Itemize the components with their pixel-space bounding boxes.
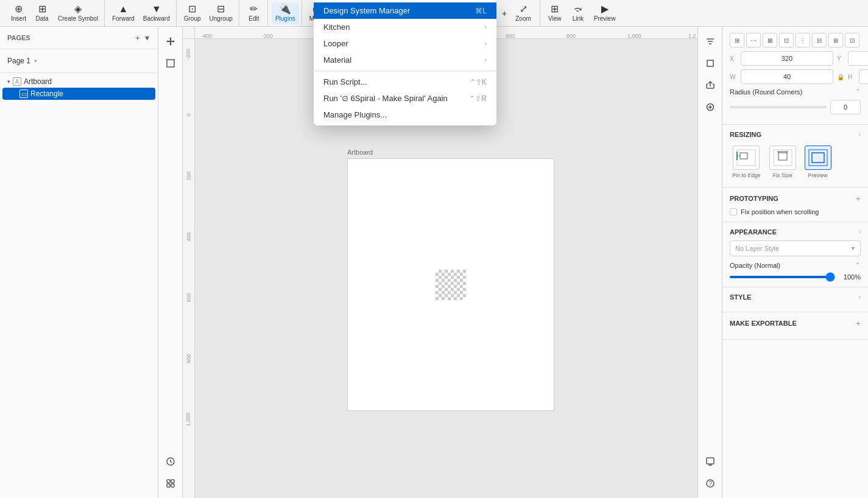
fix-size-option[interactable]: Fix Size [767, 143, 799, 181]
fix-position-checkbox[interactable] [730, 208, 737, 216]
menu-item-manage-plugins[interactable]: Manage Plugins... [314, 107, 496, 123]
move-tool-icon [166, 37, 175, 46]
plugins-button[interactable]: 🔌 Plugins [272, 2, 299, 24]
lock-proportions-icon[interactable]: 🔒 [837, 74, 844, 80]
wh-row: W 🔒 H ↔ ↻ [730, 69, 861, 84]
link-button[interactable]: ⤼ Link [567, 2, 589, 24]
menu-item-looper[interactable]: Looper › [314, 35, 496, 52]
edit-label: Edit [249, 15, 259, 22]
artboard-tool-button[interactable] [161, 54, 180, 73]
svg-rect-11 [707, 60, 713, 66]
style-chevron[interactable]: › [859, 294, 861, 300]
menu-item-run-script[interactable]: Run Script... ⌃⇧K [314, 74, 496, 90]
preview-resize-option[interactable]: Preview [802, 143, 834, 181]
add-export-button[interactable]: + [856, 318, 861, 328]
component-button[interactable] [161, 474, 180, 493]
menu-item-material[interactable]: Material › [314, 52, 496, 68]
view-button[interactable]: ⊞ View [544, 2, 566, 24]
insert-button[interactable]: ⊕ Insert [7, 2, 30, 24]
w-input[interactable] [741, 69, 833, 84]
artboard-tool2-button[interactable] [700, 54, 720, 73]
material-submenu-arrow: › [485, 57, 487, 63]
align-center-v-button[interactable]: ⋮ [796, 33, 810, 47]
comment-button[interactable] [700, 97, 720, 117]
opacity-expand-button[interactable]: ⌃ [855, 261, 861, 270]
add-prototyping-button[interactable]: + [856, 194, 861, 203]
rectangle-layer-item[interactable]: ▭ Rectangle [2, 88, 155, 100]
artboard-frame[interactable] [347, 158, 554, 411]
zoom-plus-button[interactable]: + [499, 7, 509, 19]
radius-expand-button[interactable]: ⌃ [855, 88, 861, 96]
create-symbol-button[interactable]: ◈ Create Symbol [54, 2, 102, 24]
help-button[interactable]: ? [700, 474, 720, 493]
edit-button[interactable]: ✏ Edit [243, 2, 265, 24]
align-center-h-button[interactable]: ⋯ [746, 33, 761, 47]
add-page-button[interactable]: + [134, 32, 141, 44]
forward-button[interactable]: ▲ Forward [108, 2, 138, 24]
align-bottom-button[interactable]: ⊟ [812, 33, 827, 47]
zoom-label: Zoom [515, 15, 531, 22]
align-row: ⊞ ⋯ ⊠ ⊡ ⋮ ⊟ ⊞ ⊡ [730, 33, 861, 47]
present-button[interactable] [700, 452, 720, 471]
make-exportable-title: MAKE EXPORTABLE [730, 320, 797, 327]
menu-item-kitchen[interactable]: Kitchen › [314, 19, 496, 35]
svg-rect-0 [167, 60, 174, 67]
radius-label: Radius (Round Corners) [730, 88, 851, 96]
prototyping-section: PROTOTYPING + Fix position when scrollin… [722, 188, 868, 222]
distribute-v-button[interactable]: ⊡ [845, 33, 859, 47]
toolbar-insert-group: ⊕ Insert ⊞ Data ◈ Create Symbol [5, 0, 105, 26]
data-label: Data [35, 15, 48, 22]
appearance-chevron[interactable]: › [859, 229, 861, 235]
fix-position-label: Fix position when scrolling [741, 208, 819, 216]
backward-icon: ▼ [152, 4, 161, 14]
align-top-button[interactable]: ⊡ [779, 33, 794, 47]
y-input[interactable] [848, 51, 868, 66]
svg-rect-4 [167, 480, 170, 483]
component-icon [166, 479, 175, 488]
backward-button[interactable]: ▼ Backward [139, 2, 174, 24]
opacity-slider[interactable] [730, 276, 835, 278]
appearance-section: APPEARANCE › No Layer Style ▼ Opacity (N… [722, 222, 868, 287]
toolbar-group-group: ⊡ Group ⊟ Ungroup [178, 0, 239, 26]
menu-item-run-again[interactable]: Run '⊙ 6Spiral - Make Spiral' Again ⌃⇧R [314, 90, 496, 107]
data-button[interactable]: ⊞ Data [31, 2, 53, 24]
edit-icon: ✏ [250, 4, 258, 14]
ruler-tick-v-0: 0 [185, 113, 191, 116]
ungroup-button[interactable]: ⊟ Ungroup [206, 2, 236, 24]
align-left-edge-button[interactable]: ⊞ [730, 33, 744, 47]
appearance-header: APPEARANCE › [730, 228, 861, 236]
resizing-chevron[interactable]: › [859, 132, 861, 138]
group-button[interactable]: ⊡ Group [180, 2, 205, 24]
move-tool-button[interactable] [161, 32, 180, 51]
h-input[interactable] [859, 69, 868, 84]
history-button[interactable] [161, 452, 180, 471]
ruler-tick-v-1000: 1,000 [186, 413, 192, 427]
preview-label: Preview [594, 15, 616, 22]
align-button[interactable] [700, 32, 720, 51]
menu-looper-label: Looper [323, 39, 480, 48]
collapse-pages-button[interactable]: ▾ [144, 32, 150, 44]
artboard-layer-item[interactable]: ▾ A Artboard [0, 75, 158, 88]
page-1-item[interactable]: Page 1 ▾ [0, 54, 158, 68]
data-icon: ⊞ [38, 4, 46, 14]
present-icon [705, 457, 715, 466]
layer-style-dropdown[interactable]: No Layer Style [730, 240, 861, 256]
x-input[interactable] [741, 51, 833, 66]
create-symbol-label: Create Symbol [58, 15, 98, 22]
kitchen-submenu-arrow: › [485, 24, 487, 30]
menu-item-design-system-manager[interactable]: Design System Manager ⌘L [314, 2, 496, 19]
rectangle-type-icon: ▭ [19, 89, 28, 98]
align-right-edge-button[interactable]: ⊠ [763, 33, 777, 47]
export-button[interactable] [700, 75, 720, 95]
ruler-tick-1000: 1,000 [627, 33, 641, 39]
radius-input[interactable] [830, 100, 861, 114]
distribute-h-button[interactable]: ⊞ [828, 33, 843, 47]
rectangle-placeholder [436, 270, 466, 300]
preview-button[interactable]: ▶ Preview [590, 2, 619, 24]
plugins-icon: 🔌 [279, 4, 291, 14]
menu-dsm-label: Design System Manager [323, 6, 470, 15]
zoom-fit-button[interactable]: ⤢ Zoom [512, 2, 535, 24]
opacity-label: Opacity (Normal) [730, 262, 851, 269]
menu-kitchen-label: Kitchen [323, 23, 480, 32]
pin-to-edge-option[interactable]: Pin to Edge [730, 143, 763, 181]
